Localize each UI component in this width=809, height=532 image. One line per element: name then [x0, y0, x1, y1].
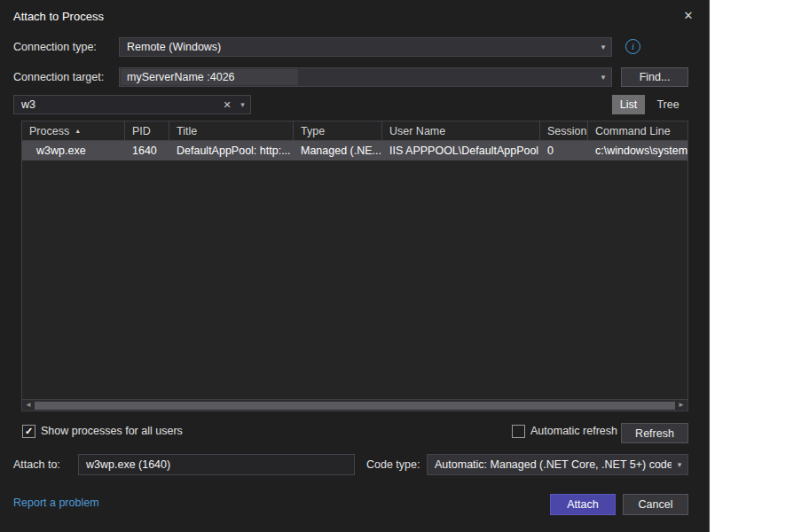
code-type-label: Code type: — [366, 455, 420, 474]
connection-target-combo[interactable]: myServerName :4026 ▾ — [119, 67, 612, 87]
connection-type-label: Connection type: — [13, 37, 97, 57]
process-table: Process ▲ PID Title Type User Name Sessi… — [21, 121, 688, 411]
table-row[interactable]: w3wp.exe 1640 DefaultAppPool: http:... M… — [22, 141, 687, 160]
attach-to-field[interactable] — [78, 454, 355, 475]
column-header-label: Command Line — [595, 125, 671, 137]
filter-dropdown-icon[interactable]: ▾ — [235, 100, 250, 109]
cell-title: DefaultAppPool: http:... — [169, 141, 294, 160]
column-header-label: PID — [132, 125, 151, 137]
process-filter-box: ✕ ▾ — [13, 95, 251, 114]
attach-to-process-dialog: Attach to Process ✕ Connection type: Rem… — [0, 0, 710, 532]
cell-pid: 1640 — [125, 141, 169, 160]
column-header-user-name[interactable]: User Name — [382, 121, 540, 140]
attach-button[interactable]: Attach — [550, 494, 616, 515]
view-tree-button[interactable]: Tree — [650, 95, 686, 114]
refresh-button[interactable]: Refresh — [621, 423, 688, 443]
cell-session: 0 — [540, 141, 588, 160]
automatic-refresh-label: Automatic refresh — [530, 422, 617, 440]
process-table-header: Process ▲ PID Title Type User Name Sessi… — [22, 121, 687, 141]
show-all-users-label: Show processes for all users — [41, 422, 183, 440]
connection-type-value: Remote (Windows) — [120, 41, 595, 53]
code-type-dropdown[interactable]: Automatic: Managed (.NET Core, .NET 5+) … — [427, 454, 688, 475]
column-header-pid[interactable]: PID — [125, 121, 169, 140]
column-header-process[interactable]: Process ▲ — [22, 121, 125, 140]
show-all-users-checkbox[interactable]: ✓ — [22, 425, 35, 438]
connection-type-dropdown[interactable]: Remote (Windows) ▾ — [119, 37, 612, 57]
info-icon[interactable]: i — [625, 39, 640, 54]
attach-to-label: Attach to: — [13, 455, 60, 474]
column-header-session[interactable]: Session — [540, 121, 588, 140]
cancel-button[interactable]: Cancel — [623, 494, 688, 515]
scroll-right-icon[interactable]: ► — [675, 400, 687, 411]
cell-type: Managed (.NE... — [294, 141, 382, 160]
scrollbar-thumb[interactable] — [35, 402, 675, 410]
column-header-label: User Name — [389, 125, 445, 137]
find-button[interactable]: Find... — [621, 67, 688, 87]
cell-process: w3wp.exe — [22, 141, 125, 160]
column-header-command-line[interactable]: Command Line — [588, 121, 687, 140]
column-header-label: Session — [547, 125, 586, 137]
column-header-title[interactable]: Title — [169, 121, 294, 140]
column-header-label: Process — [29, 125, 69, 137]
view-list-button[interactable]: List — [612, 95, 645, 114]
clear-filter-icon[interactable]: ✕ — [219, 99, 235, 111]
horizontal-scrollbar[interactable]: ◄ ► — [22, 399, 687, 411]
sort-asc-icon: ▲ — [75, 128, 81, 134]
dialog-title: Attach to Process — [13, 10, 104, 23]
scroll-left-icon[interactable]: ◄ — [22, 400, 35, 411]
chevron-down-icon: ▾ — [595, 73, 611, 82]
chevron-down-icon: ▾ — [672, 460, 687, 469]
automatic-refresh-checkbox[interactable] — [512, 425, 525, 438]
close-icon[interactable]: ✕ — [679, 7, 698, 25]
code-type-value: Automatic: Managed (.NET Core, .NET 5+) … — [428, 458, 672, 471]
connection-target-label: Connection target: — [13, 67, 104, 87]
cell-user-name: IIS APPPOOL\DefaultAppPool — [382, 141, 540, 160]
process-filter-input[interactable] — [14, 98, 219, 111]
cell-command-line: c:\windows\system — [588, 141, 687, 160]
column-header-label: Type — [301, 125, 325, 137]
column-header-type[interactable]: Type — [294, 121, 382, 140]
column-header-label: Title — [177, 125, 197, 137]
chevron-down-icon: ▾ — [595, 43, 611, 51]
report-a-problem-link[interactable]: Report a problem — [13, 497, 99, 509]
connection-target-value: myServerName :4026 — [120, 71, 595, 83]
